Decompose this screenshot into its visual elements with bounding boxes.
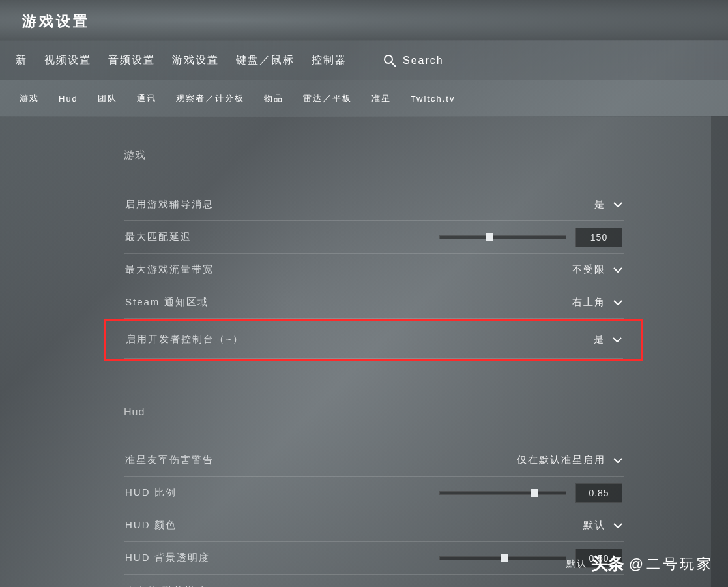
slider-max-ping[interactable]: [439, 235, 566, 239]
label-hud-alpha: HUD 背景透明度: [125, 552, 210, 564]
slider-thumb[interactable]: [486, 233, 493, 241]
tab-new[interactable]: 新: [16, 53, 27, 67]
value-max-ping[interactable]: 150: [575, 228, 622, 247]
watermark-prefix: 默认: [566, 558, 587, 570]
chevron-down-icon: [613, 523, 622, 528]
tab-keyboard[interactable]: 键盘／鼠标: [236, 53, 295, 67]
watermark-logo: 头条: [591, 552, 624, 575]
tab-audio[interactable]: 音频设置: [108, 53, 155, 67]
highlighted-dev-console-row: 启用开发者控制台（~） 是: [104, 319, 643, 361]
value-hud-scale[interactable]: 0.85: [575, 483, 622, 503]
watermark: 默认 头条 @二号玩家: [566, 552, 714, 575]
dropdown-hud-color[interactable]: 默认: [583, 519, 622, 532]
row-healthammo: 生命值/弹药样式: [124, 575, 624, 587]
chevron-down-icon: [613, 202, 622, 207]
dropdown-friendly-fire[interactable]: 仅在默认准星启用: [517, 454, 622, 466]
page-title: 游戏设置: [0, 0, 728, 40]
value-hud-color: 默认: [583, 519, 605, 532]
watermark-handle: @二号玩家: [629, 554, 714, 574]
label-hud-color: HUD 颜色: [125, 519, 177, 532]
svg-point-0: [385, 55, 392, 63]
row-dev-console: 启用开发者控制台（~） 是: [124, 321, 623, 359]
row-steam-notify: Steam 通知区域 右上角: [124, 286, 624, 319]
subtab-items[interactable]: 物品: [264, 93, 284, 104]
subtab-hud[interactable]: Hud: [59, 94, 78, 104]
label-max-ping: 最大匹配延迟: [125, 231, 192, 243]
value-instructor: 是: [594, 198, 605, 211]
dropdown-bandwidth[interactable]: 不受限: [572, 263, 622, 276]
row-friendly-fire: 准星友军伤害警告 仅在默认准星启用: [124, 444, 624, 477]
tab-controller[interactable]: 控制器: [312, 53, 347, 67]
label-healthammo: 生命值/弹药样式: [125, 585, 207, 588]
label-hud-scale: HUD 比例: [125, 487, 177, 499]
main-tabs: 新 视频设置 音频设置 游戏设置 键盘／鼠标 控制器 Search: [0, 40, 728, 80]
tab-game[interactable]: 游戏设置: [172, 53, 219, 67]
sub-tabs: 游戏 Hud 团队 通讯 观察者／计分板 物品 雷达／平板 准星 Twitch.…: [0, 80, 728, 117]
dropdown-instructor[interactable]: 是: [594, 198, 622, 211]
subtab-twitch[interactable]: Twitch.tv: [411, 94, 456, 104]
chevron-down-icon: [613, 267, 622, 273]
search-placeholder: Search: [403, 55, 444, 67]
dropdown-steam-notify[interactable]: 右上角: [572, 296, 622, 309]
search-field[interactable]: Search: [383, 54, 444, 67]
label-steam-notify: Steam 通知区域: [125, 296, 209, 309]
label-instructor: 启用游戏辅导消息: [125, 198, 214, 211]
subtab-radar[interactable]: 雷达／平板: [303, 93, 352, 104]
dropdown-dev-console[interactable]: 是: [594, 333, 622, 346]
label-friendly-fire: 准星友军伤害警告: [125, 454, 214, 466]
subtab-game[interactable]: 游戏: [20, 93, 39, 104]
row-hud-alpha: HUD 背景透明度 0.50: [124, 542, 624, 575]
subtab-comm[interactable]: 通讯: [137, 93, 156, 104]
chevron-down-icon: [613, 337, 622, 342]
slider-hud-alpha[interactable]: [439, 556, 566, 560]
section-header-game: 游戏: [124, 149, 624, 162]
label-bandwidth: 最大游戏流量带宽: [125, 263, 214, 276]
subtab-spectator[interactable]: 观察者／计分板: [176, 93, 244, 104]
chevron-down-icon: [613, 458, 622, 463]
search-icon: [383, 54, 396, 67]
subtab-crosshair[interactable]: 准星: [371, 93, 391, 104]
tab-video[interactable]: 视频设置: [44, 53, 91, 67]
value-bandwidth: 不受限: [572, 263, 605, 276]
chevron-down-icon: [613, 300, 622, 305]
section-header-hud: Hud: [124, 406, 624, 418]
slider-thumb[interactable]: [531, 489, 538, 497]
row-bandwidth: 最大游戏流量带宽 不受限: [124, 254, 624, 286]
row-instructor: 启用游戏辅导消息 是: [124, 188, 624, 221]
label-dev-console: 启用开发者控制台（~）: [126, 333, 244, 346]
slider-thumb[interactable]: [501, 554, 508, 562]
slider-hud-scale[interactable]: [439, 491, 566, 495]
value-steam-notify: 右上角: [572, 296, 605, 309]
row-max-ping: 最大匹配延迟 150: [124, 221, 624, 254]
value-friendly-fire: 仅在默认准星启用: [517, 454, 605, 466]
subtab-team[interactable]: 团队: [98, 93, 117, 104]
svg-line-1: [392, 63, 396, 67]
row-hud-scale: HUD 比例 0.85: [124, 477, 624, 509]
row-hud-color: HUD 颜色 默认: [124, 509, 624, 542]
value-dev-console: 是: [594, 333, 605, 346]
